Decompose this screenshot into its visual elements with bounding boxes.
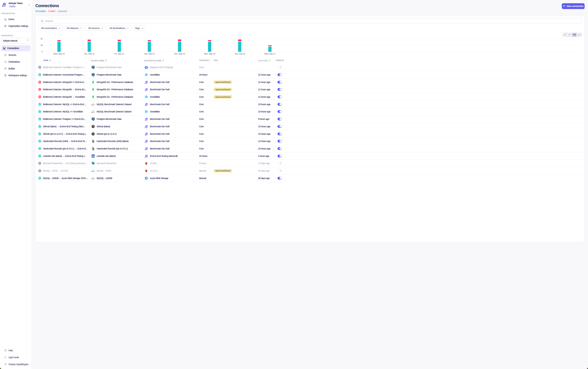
chart-bar-success[interactable] [208, 42, 211, 52]
connection-name: LinkedIn Ads (latest) → End-to-End Testi… [43, 155, 86, 157]
filter-all-destinations[interactable]: All destinations [107, 25, 131, 31]
chart-bar-success[interactable] [88, 42, 91, 52]
tag-pill: speed-dashboard [214, 88, 232, 91]
enabled-toggle[interactable] [278, 73, 282, 76]
sidebar: Airbyte Team TEAMS ORGANIZATION HomeOrga… [0, 0, 32, 184]
filter-label: All sources [88, 27, 100, 30]
source-name: Postgres Benchmark Data [97, 118, 121, 120]
table-row[interactable]: Bottleneck Detector: MongoDb → Snowflake… [36, 93, 294, 101]
frequency: Cron [199, 118, 204, 120]
table-row[interactable]: Bottleneck Detector Candidate: Postgres … [36, 64, 294, 71]
enabled-toggle[interactable] [278, 103, 282, 106]
table-row[interactable]: MySQL - 10GB → S3 CSVMySQL.MySQL - 10GBS… [36, 167, 294, 175]
organization-section-label: ORGANIZATION [0, 12, 32, 14]
chart-bar-failed[interactable] [118, 40, 121, 41]
column-header-name[interactable]: NAME [43, 59, 51, 61]
table-row[interactable]: MySQL - 128GB → Azure Blob Storage JSOn … [36, 174, 294, 182]
source-name: Hardcoded Records (24M) (latest) [97, 140, 129, 143]
chart-bar-success[interactable] [238, 42, 241, 52]
snowflake-icon [144, 73, 148, 76]
sort-asc-icon [49, 59, 51, 61]
home-icon [4, 18, 7, 21]
enabled-toggle[interactable] [278, 118, 282, 121]
enabled-toggle[interactable] [278, 66, 282, 69]
enabled-toggle[interactable] [278, 147, 282, 150]
enabled-toggle[interactable] [278, 154, 282, 157]
chart-bar-failed[interactable] [57, 40, 61, 41]
mongodb-icon [91, 95, 95, 99]
chart-bar-failed[interactable] [178, 40, 181, 41]
enabled-toggle[interactable] [278, 169, 282, 172]
chart-bar-failed[interactable] [88, 40, 91, 41]
chart-bar-success[interactable] [148, 42, 151, 52]
sidebar-item-workspace-settings[interactable]: Workspace settings [1, 72, 30, 79]
page-header: Connections 29 healthy·5 failed·5 paused… [32, 0, 294, 16]
filter-all-connections[interactable]: All connections [39, 25, 63, 31]
table-row[interactable]: Bottleneck Detector: Incremental Postgre… [36, 71, 294, 79]
enabled-toggle[interactable] [278, 133, 282, 135]
updown-caret-icon [27, 39, 29, 42]
enabled-toggle[interactable] [278, 96, 282, 98]
enabled-toggle[interactable] [278, 177, 282, 179]
connection-name: GitHub (latest) → End-to-End Testing (/d… [43, 125, 85, 128]
table-row[interactable]: Microsoft SharePoint → S3 (13mb performa… [36, 160, 294, 167]
search-box [39, 18, 294, 24]
chart-bar-failed[interactable] [268, 45, 271, 46]
table-row[interactable]: GitHub (latest) → End-to-End Testing (/d… [36, 123, 294, 130]
column-label: ENABLED [276, 59, 284, 61]
sidebar-item-builder[interactable]: Builder [1, 65, 30, 72]
enabled-toggle[interactable] [278, 125, 282, 128]
enabled-toggle[interactable] [278, 110, 282, 113]
column-header-last-sync[interactable]: LAST SYNC [258, 59, 270, 62]
chart-bar-success[interactable] [178, 42, 181, 52]
summary-healthy: 29 healthy [35, 10, 46, 12]
frequency: Cron [199, 103, 204, 106]
chart-bar-failed[interactable] [148, 40, 151, 41]
filter-all-statuses[interactable]: All statuses [64, 25, 84, 31]
table-row[interactable]: LinkedIn Ads (latest) → End-to-End Testi… [36, 152, 294, 160]
workspace-select[interactable]: Airbyte Internal [1, 38, 30, 43]
enabled-toggle[interactable] [278, 88, 282, 91]
enabled-toggle[interactable] [278, 140, 282, 143]
org-switcher[interactable]: Airbyte Team TEAMS [0, 0, 32, 9]
table-row[interactable]: Bottleneck Detector: MongoDb <> End-to-E… [36, 78, 294, 86]
frequency: Cron [199, 81, 204, 83]
filter-all-sources[interactable]: All sources [86, 25, 106, 31]
filter-tags[interactable]: Tags [132, 25, 146, 31]
table-row[interactable]: Hardcoded Records (24M) → End-to-End Te.… [36, 138, 294, 145]
table-row[interactable]: Bottleneck Detector: Postgres <> End-to-… [36, 115, 294, 123]
svg-text:S: S [92, 162, 93, 164]
last-sync: 11 hours ago [258, 88, 270, 91]
search-input[interactable] [39, 18, 294, 24]
frequency: Cron [199, 96, 204, 98]
chart-bar-failed[interactable] [208, 40, 211, 41]
column-header-source[interactable]: SOURCE NAME [91, 59, 107, 62]
chart-bar-success[interactable] [268, 47, 271, 52]
connections-table: NAMESOURCE NAMEDESTINATION NAMEFREQUENCY… [36, 59, 294, 182]
source-name: MySQL - 128GB [97, 177, 112, 179]
chart-bar-success[interactable] [118, 42, 121, 52]
chart-bar-failed[interactable] [238, 40, 241, 41]
sidebar-item-sources[interactable]: Sources [1, 51, 30, 58]
sidebar-item-organization-settings[interactable]: Organization settings [1, 23, 30, 30]
sidebar-item-connections[interactable]: Connections [1, 45, 30, 51]
chart-bar-success[interactable] [57, 42, 61, 52]
enabled-toggle[interactable] [278, 81, 282, 83]
last-sync: 15 hours ago [258, 133, 270, 135]
app-window: Airbyte Team TEAMS ORGANIZATION HomeOrga… [0, 0, 294, 184]
last-sync: 14 hours ago [258, 147, 270, 150]
status-success-icon [38, 154, 41, 157]
table-row[interactable]: Bottleneck Detector: MongoDb → End-to-En… [36, 86, 294, 93]
table-row[interactable]: Hardcoded Records (pin to 0.0.1) → End-t… [36, 145, 294, 153]
frequency: Cron [199, 88, 204, 91]
sidebar-item-label: Builder [8, 67, 15, 70]
column-header-destination[interactable]: DESTINATION NAME [144, 59, 164, 62]
table-row[interactable]: Bottleneck Detector: MySQL <> End-to-End… [36, 101, 294, 108]
table-row[interactable]: GitHub (pin to v1.8.1) → End-to-End Test… [36, 130, 294, 138]
sidebar-item-home[interactable]: Home [1, 16, 30, 23]
enabled-toggle[interactable] [278, 162, 282, 165]
status-paused-icon [38, 162, 41, 165]
sidebar-item-destinations[interactable]: Destinations [1, 58, 30, 65]
connection-name: Bottleneck Detector: MongoDb <> End-to-E… [43, 81, 85, 83]
table-row[interactable]: Bottleneck Detector: MySQL <> SnowflakeM… [36, 108, 294, 115]
